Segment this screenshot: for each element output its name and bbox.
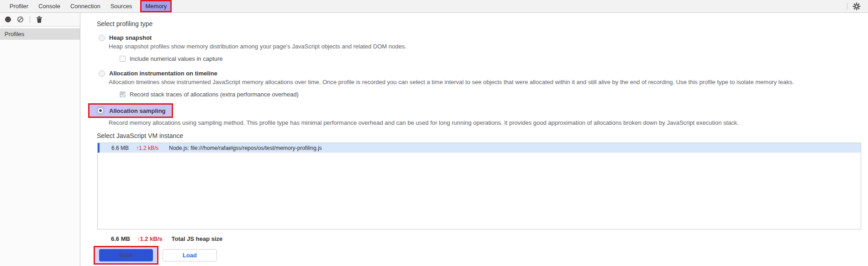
checkbox-option-include-numerical-values[interactable]: Include numerical values in capture: [120, 55, 861, 62]
radio-icon-allocation-sampling[interactable]: [97, 107, 104, 114]
vm-instance-name: Node.js: file:///home/rafaelgss/repos/os…: [169, 145, 322, 151]
radio-icon-heap-snapshot[interactable]: [99, 35, 105, 41]
devtools-tabbar: Profiler Console Connection Sources Memo…: [0, 0, 868, 13]
total-heap-label: Total JS heap size: [172, 235, 223, 242]
radio-option-allocation-sampling[interactable]: Allocation sampling: [88, 103, 173, 118]
tab-memory[interactable]: Memory: [140, 0, 172, 12]
memory-panel: Select profiling type Heap snapshot Heap…: [80, 13, 868, 266]
action-buttons: Start Load: [94, 246, 861, 265]
radio-focus-ring: [96, 106, 105, 115]
checkbox-label: Include numerical values in capture: [130, 55, 223, 62]
checkbox-icon-include-numerical-values[interactable]: [120, 56, 126, 62]
tabbar-divider: [847, 3, 847, 10]
tab-connection[interactable]: Connection: [65, 0, 105, 12]
checkbox-icon-record-stack-traces: [120, 91, 126, 97]
option-label: Heap snapshot: [109, 34, 152, 41]
option-description: Heap snapshot profiles show memory distr…: [109, 43, 861, 50]
heap-total-row: 6.6 MB ↑1.2 kB/s Total JS heap size: [97, 235, 861, 242]
total-heap-rate: ↑1.2 kB/s: [137, 235, 163, 242]
profiling-type-heading: Select profiling type: [97, 13, 861, 27]
tab-console[interactable]: Console: [33, 0, 65, 12]
radio-icon-allocation-timeline[interactable]: [99, 70, 105, 77]
vm-instance-list[interactable]: 6.6 MB ↑1.2 kB/s Node.js: file:///home/r…: [97, 143, 861, 229]
record-icon[interactable]: [5, 16, 11, 22]
radio-option-heap-snapshot[interactable]: Heap snapshot: [99, 34, 861, 41]
option-label: Allocation sampling: [109, 107, 166, 114]
checkbox-label: Record stack traces of allocations (extr…: [130, 91, 299, 98]
start-button[interactable]: Start: [99, 249, 153, 261]
toolbar-divider: [30, 16, 30, 23]
start-button-annotation: Start: [94, 246, 158, 265]
option-description: Allocation timelines show instrumented J…: [109, 79, 861, 85]
devtools-body: Profiles Select profiling type Heap snap…: [0, 13, 868, 266]
tab-profiler[interactable]: Profiler: [5, 0, 33, 12]
gear-icon[interactable]: [852, 2, 861, 11]
tab-sources[interactable]: Sources: [105, 0, 137, 12]
option-description: Record memory allocations using sampling…: [109, 119, 861, 126]
load-button[interactable]: Load: [163, 249, 217, 261]
profiles-sidebar: Profiles: [0, 13, 80, 266]
tabbar-right-controls: [847, 0, 861, 12]
vm-heap-size: 6.6 MB: [103, 145, 129, 151]
vm-heap-rate: ↑1.2 kB/s: [136, 145, 161, 151]
total-heap-size: 6.6 MB: [111, 235, 130, 242]
block-icon[interactable]: [17, 16, 24, 23]
sidebar-item-profiles[interactable]: Profiles: [0, 28, 80, 40]
radio-option-allocation-timeline[interactable]: Allocation instrumentation on timeline: [99, 70, 861, 77]
vm-instance-row[interactable]: 6.6 MB ↑1.2 kB/s Node.js: file:///home/r…: [98, 143, 861, 153]
vm-instance-heading: Select JavaScript VM instance: [97, 132, 861, 139]
profiles-toolbar: [0, 13, 80, 27]
checkbox-option-record-stack-traces: Record stack traces of allocations (extr…: [120, 91, 861, 98]
option-label: Allocation instrumentation on timeline: [109, 70, 217, 77]
trash-icon[interactable]: [36, 16, 42, 23]
